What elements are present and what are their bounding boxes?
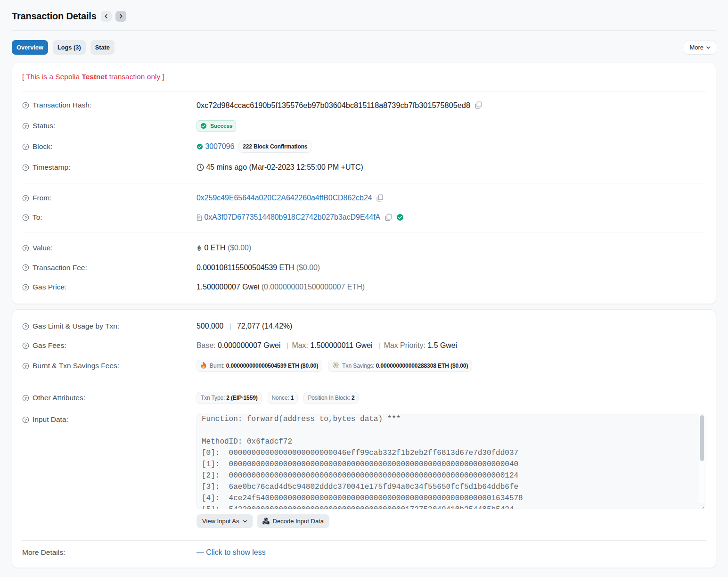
svg-text:?: ? (25, 165, 27, 170)
svg-text:?: ? (25, 196, 27, 200)
svg-text:?: ? (25, 396, 27, 400)
svg-text:?: ? (25, 215, 27, 220)
svg-text:?: ? (25, 124, 27, 128)
svg-text:?: ? (25, 103, 27, 107)
svg-text:?: ? (25, 265, 27, 270)
svg-text:?: ? (25, 246, 27, 250)
svg-text:?: ? (25, 285, 27, 289)
svg-text:?: ? (25, 324, 27, 329)
svg-text:?: ? (25, 363, 27, 368)
svg-text:?: ? (25, 144, 27, 149)
svg-text:?: ? (25, 417, 27, 422)
svg-text:?: ? (25, 343, 27, 348)
